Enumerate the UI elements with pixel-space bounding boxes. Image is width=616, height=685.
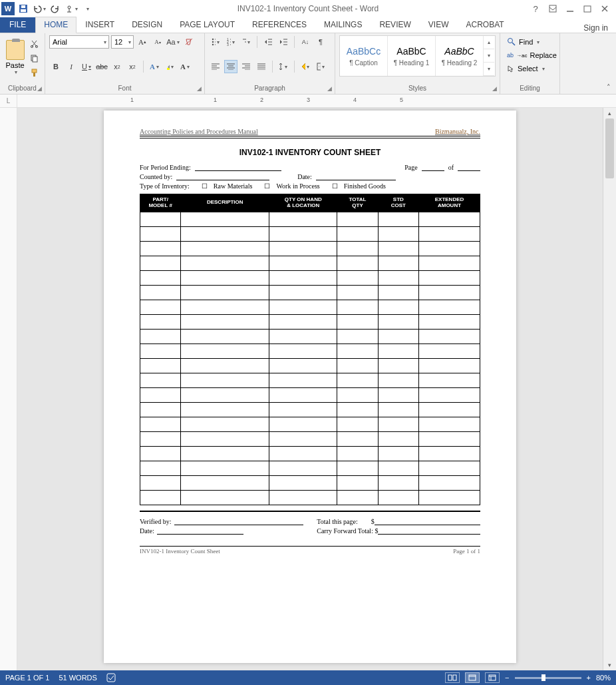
- borders-icon[interactable]: ▾: [314, 60, 327, 73]
- table-cell[interactable]: [181, 358, 269, 373]
- shading-icon[interactable]: ▾: [299, 60, 312, 73]
- font-size-select[interactable]: 12▾: [111, 35, 134, 49]
- table-cell[interactable]: [378, 446, 418, 461]
- superscript-icon[interactable]: x2: [126, 60, 139, 73]
- paste-button[interactable]: Paste ▾: [4, 35, 26, 79]
- paragraph-dialog-launcher-icon[interactable]: ◢: [325, 85, 333, 93]
- table-cell[interactable]: [418, 285, 480, 300]
- table-cell[interactable]: [269, 241, 337, 256]
- tab-mailings[interactable]: MAILINGS: [315, 17, 371, 33]
- sort-icon[interactable]: A↓: [299, 35, 312, 49]
- table-cell[interactable]: [337, 373, 378, 387]
- table-cell[interactable]: [418, 329, 480, 343]
- find-button[interactable]: Find▾: [504, 35, 555, 49]
- table-cell[interactable]: [378, 461, 418, 475]
- web-layout-icon[interactable]: [485, 672, 500, 683]
- highlight-icon[interactable]: ▾: [163, 60, 176, 73]
- bold-button[interactable]: B: [49, 60, 63, 73]
- zoom-out-button[interactable]: −: [505, 674, 509, 682]
- table-cell[interactable]: [269, 343, 337, 358]
- clipboard-dialog-launcher-icon[interactable]: ◢: [35, 85, 43, 93]
- table-cell[interactable]: [140, 475, 181, 490]
- close-icon[interactable]: [597, 1, 612, 16]
- tab-acrobat[interactable]: ACROBAT: [457, 17, 512, 33]
- table-cell[interactable]: [378, 226, 418, 241]
- table-cell[interactable]: [269, 256, 337, 270]
- table-cell[interactable]: [337, 241, 378, 256]
- table-cell[interactable]: [337, 343, 378, 358]
- table-cell[interactable]: [181, 417, 269, 431]
- table-cell[interactable]: [181, 475, 269, 490]
- table-cell[interactable]: [337, 358, 378, 373]
- table-cell[interactable]: [181, 270, 269, 285]
- table-cell[interactable]: [181, 241, 269, 256]
- table-cell[interactable]: [418, 475, 480, 490]
- table-cell[interactable]: [269, 358, 337, 373]
- table-cell[interactable]: [378, 490, 418, 505]
- table-cell[interactable]: [181, 343, 269, 358]
- table-cell[interactable]: [418, 343, 480, 358]
- table-cell[interactable]: [378, 314, 418, 329]
- style-heading1[interactable]: AaBbC ¶ Heading 1: [388, 36, 436, 76]
- strikethrough-icon[interactable]: abc: [95, 60, 108, 73]
- italic-button[interactable]: I: [65, 60, 78, 73]
- format-painter-icon[interactable]: [27, 66, 41, 79]
- table-cell[interactable]: [269, 212, 337, 226]
- table-cell[interactable]: [181, 212, 269, 226]
- table-cell[interactable]: [418, 490, 480, 505]
- align-right-icon[interactable]: [239, 60, 253, 73]
- table-cell[interactable]: [378, 417, 418, 431]
- scroll-down-icon[interactable]: ▾: [603, 660, 616, 670]
- table-cell[interactable]: [181, 256, 269, 270]
- table-cell[interactable]: [140, 373, 181, 387]
- table-cell[interactable]: [418, 358, 480, 373]
- read-mode-icon[interactable]: [445, 672, 460, 683]
- horizontal-ruler[interactable]: 1 1 2 3 4 5: [17, 95, 616, 107]
- table-cell[interactable]: [337, 490, 378, 505]
- clear-format-icon[interactable]: [182, 35, 195, 49]
- table-cell[interactable]: [140, 241, 181, 256]
- tab-pagelayout[interactable]: PAGE LAYOUT: [171, 17, 243, 33]
- tab-selector-icon[interactable]: L: [0, 95, 17, 107]
- table-cell[interactable]: [418, 387, 480, 402]
- table-cell[interactable]: [378, 329, 418, 343]
- table-cell[interactable]: [418, 300, 480, 314]
- tab-review[interactable]: REVIEW: [371, 17, 419, 33]
- style-gallery-more[interactable]: ▴▾▾: [484, 36, 494, 76]
- styles-dialog-launcher-icon[interactable]: ◢: [490, 85, 498, 93]
- table-cell[interactable]: [269, 431, 337, 446]
- table-cell[interactable]: [269, 373, 337, 387]
- tab-references[interactable]: REFERENCES: [243, 17, 315, 33]
- table-cell[interactable]: [378, 402, 418, 417]
- table-cell[interactable]: [337, 285, 378, 300]
- table-cell[interactable]: [140, 329, 181, 343]
- table-cell[interactable]: [337, 300, 378, 314]
- table-cell[interactable]: [337, 256, 378, 270]
- table-cell[interactable]: [140, 314, 181, 329]
- proofing-icon[interactable]: [106, 673, 117, 682]
- scroll-up-icon[interactable]: ▴: [603, 108, 616, 118]
- style-caption[interactable]: AaBbCc ¶ Caption: [340, 36, 388, 76]
- table-cell[interactable]: [140, 431, 181, 446]
- table-cell[interactable]: [378, 300, 418, 314]
- table-cell[interactable]: [418, 461, 480, 475]
- maximize-icon[interactable]: [580, 1, 595, 16]
- table-cell[interactable]: [269, 314, 337, 329]
- tab-home[interactable]: HOME: [35, 17, 77, 33]
- table-cell[interactable]: [140, 256, 181, 270]
- table-cell[interactable]: [181, 387, 269, 402]
- status-words[interactable]: 51 WORDS: [59, 674, 96, 682]
- vertical-ruler[interactable]: [0, 108, 17, 670]
- table-cell[interactable]: [140, 212, 181, 226]
- table-cell[interactable]: [418, 241, 480, 256]
- zoom-slider[interactable]: [515, 677, 581, 679]
- help-icon[interactable]: ?: [528, 1, 543, 16]
- table-cell[interactable]: [269, 329, 337, 343]
- tab-insert[interactable]: INSERT: [77, 17, 123, 33]
- table-cell[interactable]: [140, 343, 181, 358]
- shrink-font-icon[interactable]: A▾: [151, 35, 164, 49]
- table-cell[interactable]: [181, 329, 269, 343]
- undo-icon[interactable]: ▾: [32, 1, 47, 16]
- table-cell[interactable]: [140, 226, 181, 241]
- show-marks-icon[interactable]: ¶: [314, 35, 327, 49]
